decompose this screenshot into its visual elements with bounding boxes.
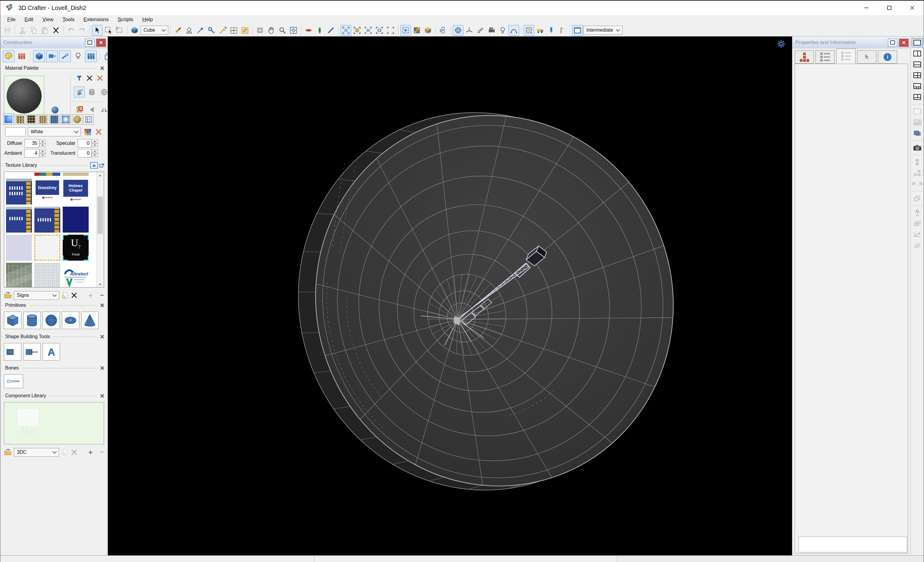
- layer-tab-texture-1[interactable]: [15, 114, 25, 125]
- translucent-spinner[interactable]: 0▲▼: [78, 149, 98, 158]
- scroll-up-icon[interactable]: ▲: [97, 172, 104, 178]
- texture-layers-icon[interactable]: [74, 87, 85, 98]
- clear-color-icon[interactable]: [94, 128, 102, 136]
- spin-up-icon[interactable]: ▲: [92, 139, 98, 143]
- paint-brush-icon[interactable]: [173, 25, 183, 36]
- panel-restore-button[interactable]: [85, 39, 94, 47]
- copy-icon[interactable]: [28, 25, 39, 36]
- add-category-icon[interactable]: ＋: [87, 292, 94, 299]
- spin-up-icon[interactable]: ▲: [39, 139, 46, 143]
- text-tool-icon[interactable]: A: [42, 343, 60, 361]
- layout-two-rows-icon[interactable]: [912, 60, 923, 69]
- tab-info[interactable]: i: [878, 50, 897, 64]
- textured-cube-icon[interactable]: [423, 25, 433, 36]
- new-component-icon[interactable]: [61, 449, 68, 456]
- layer-tab-glow[interactable]: [61, 114, 71, 125]
- scale-texture-icon[interactable]: [240, 25, 250, 36]
- texture-tile-road-sign-3[interactable]: [34, 207, 60, 233]
- flag-icon[interactable]: [557, 25, 568, 36]
- rubik-cube-icon[interactable]: [411, 25, 422, 36]
- tab-pointer[interactable]: [857, 50, 876, 64]
- show-vehicles-icon[interactable]: [535, 25, 545, 36]
- paste-icon[interactable]: [39, 25, 50, 36]
- extrude-tool-icon[interactable]: [4, 343, 21, 361]
- delete-component-icon[interactable]: [70, 449, 78, 456]
- orbit-view-icon[interactable]: [255, 25, 265, 36]
- layout-single-icon[interactable]: [912, 38, 923, 47]
- marker-tool-icon[interactable]: [546, 25, 556, 36]
- pan-hand-icon[interactable]: [266, 25, 276, 36]
- redo-icon[interactable]: [77, 25, 87, 36]
- spin-down-icon[interactable]: ▼: [39, 143, 46, 147]
- minimize-button[interactable]: [855, 1, 878, 15]
- menu-help[interactable]: Help: [138, 16, 158, 24]
- primitive-sphere-icon[interactable]: [42, 312, 60, 329]
- spin-down-icon[interactable]: ▼: [39, 153, 46, 157]
- render-plain-icon[interactable]: [385, 25, 396, 36]
- texture-tile-holmes-chapel[interactable]: Holmes Chapel: [63, 179, 88, 204]
- quality-dropdown[interactable]: Intermediate: [584, 26, 622, 35]
- primitive-cube-icon[interactable]: [4, 312, 21, 329]
- undo-icon[interactable]: [66, 25, 76, 36]
- open-folder-icon[interactable]: [4, 292, 12, 299]
- select-tool-icon[interactable]: [92, 25, 102, 36]
- tab-selection-list[interactable]: [836, 48, 856, 64]
- wrench-icon[interactable]: [206, 25, 217, 36]
- bone-tool-icon[interactable]: [4, 374, 23, 388]
- layout-two-top-one-bottom-icon[interactable]: [912, 92, 923, 102]
- select-shapes-icon[interactable]: [103, 25, 114, 36]
- component-category-dropdown[interactable]: 3DC: [14, 448, 59, 457]
- delete-icon[interactable]: [51, 25, 61, 36]
- open-folder-icon[interactable]: [4, 449, 12, 456]
- flip-left-icon[interactable]: [86, 104, 97, 115]
- component-preview[interactable]: [4, 402, 104, 444]
- cut-icon[interactable]: [17, 25, 28, 36]
- spin-up-icon[interactable]: ▲: [92, 149, 98, 153]
- panel-close-button[interactable]: ✕: [899, 39, 909, 47]
- shape-tools-icon[interactable]: [46, 50, 58, 62]
- filter-icon[interactable]: [76, 75, 83, 82]
- close-section-icon[interactable]: ✕: [100, 393, 105, 399]
- shape-cube-icon[interactable]: [129, 25, 140, 36]
- collapse-section-icon[interactable]: [90, 162, 98, 168]
- layout-quad-icon[interactable]: [912, 71, 923, 80]
- remove-category-icon[interactable]: −: [100, 449, 104, 455]
- reset-axes-icon[interactable]: [912, 230, 923, 239]
- texture-tile-altratech[interactable]: Altratech: [63, 263, 88, 287]
- viewport-canvas[interactable]: [108, 36, 792, 555]
- tab-hierarchy[interactable]: [795, 50, 814, 64]
- menu-extensions[interactable]: Extensions: [79, 16, 113, 24]
- fit-view-icon[interactable]: [288, 25, 299, 36]
- windows-layers-icon[interactable]: [102, 50, 108, 62]
- texture-tile-navy[interactable]: [63, 207, 88, 233]
- active-texture-icon[interactable]: [74, 104, 85, 115]
- menu-view[interactable]: View: [38, 16, 58, 24]
- close-button[interactable]: [901, 1, 924, 15]
- layer-tab-environment[interactable]: [72, 114, 82, 125]
- texture-tile-map[interactable]: [6, 263, 32, 287]
- texture-tile[interactable]: [6, 173, 32, 176]
- material-palette-icon[interactable]: [3, 50, 15, 62]
- show-joints-icon[interactable]: [475, 25, 486, 36]
- background-image-icon[interactable]: [912, 118, 923, 127]
- layer-tab-texture-2[interactable]: [26, 114, 36, 125]
- rotate-y-icon[interactable]: [314, 25, 325, 36]
- magic-wand-icon[interactable]: [218, 25, 228, 36]
- texture-tile-road-sign-2[interactable]: [6, 207, 32, 233]
- remove-category-icon[interactable]: −: [100, 292, 104, 299]
- color-dropdown[interactable]: White: [28, 127, 81, 136]
- material-library-icon[interactable]: [16, 50, 27, 62]
- pen-tool-icon[interactable]: [326, 25, 336, 36]
- paint-object-icon[interactable]: [184, 25, 195, 36]
- align-stack-icon[interactable]: [912, 158, 923, 167]
- layer-tab-color[interactable]: [3, 113, 14, 125]
- front-window-icon[interactable]: [912, 129, 923, 138]
- paste-hierarchy-icon[interactable]: [438, 25, 448, 36]
- show-cameras-icon[interactable]: [486, 25, 497, 36]
- layout-one-top-three-bottom-icon[interactable]: [912, 81, 923, 91]
- diffuse-spinner[interactable]: 35▲▼: [24, 139, 46, 147]
- new-texture-icon[interactable]: [61, 292, 68, 299]
- align-row-icon[interactable]: [912, 179, 923, 189]
- show-axes-icon[interactable]: [464, 25, 474, 36]
- render-monitor-icon[interactable]: [352, 25, 362, 36]
